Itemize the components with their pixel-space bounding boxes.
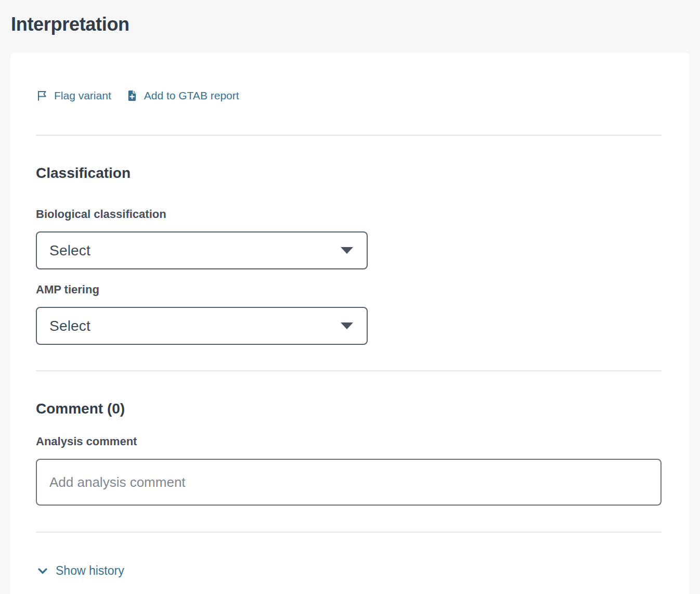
add-to-gtab-button[interactable]: Add to GTAB report bbox=[126, 89, 239, 102]
show-history-label: Show history bbox=[56, 564, 124, 578]
comment-heading: Comment (0) bbox=[36, 401, 662, 417]
caret-down-icon bbox=[341, 322, 353, 329]
classification-section: Classification Biological classification… bbox=[36, 165, 662, 345]
biological-classification-label: Biological classification bbox=[36, 208, 662, 221]
comment-section: Comment (0) Analysis comment bbox=[36, 401, 662, 506]
document-plus-icon bbox=[126, 89, 138, 102]
analysis-comment-input[interactable] bbox=[36, 459, 662, 506]
divider bbox=[36, 532, 662, 533]
history-row: Show history bbox=[36, 564, 662, 578]
amp-tiering-select[interactable]: Select bbox=[36, 307, 368, 345]
flag-variant-label: Flag variant bbox=[54, 89, 111, 102]
flag-variant-button[interactable]: Flag variant bbox=[36, 89, 111, 102]
select-value: Select bbox=[49, 242, 90, 259]
chevron-down-icon bbox=[36, 564, 49, 578]
actions-row: Flag variant Add to GTAB report bbox=[36, 89, 662, 102]
interpretation-card: Flag variant Add to GTAB report Classifi… bbox=[10, 53, 690, 594]
amp-tiering-label: AMP tiering bbox=[36, 283, 662, 296]
classification-heading: Classification bbox=[36, 165, 662, 182]
add-to-gtab-label: Add to GTAB report bbox=[144, 89, 239, 102]
page-title: Interpretation bbox=[0, 0, 700, 35]
divider bbox=[36, 135, 662, 136]
divider bbox=[36, 370, 662, 371]
analysis-comment-label: Analysis comment bbox=[36, 435, 662, 448]
flag-icon bbox=[36, 89, 48, 102]
caret-down-icon bbox=[341, 247, 353, 254]
show-history-toggle[interactable]: Show history bbox=[36, 564, 124, 578]
biological-classification-select[interactable]: Select bbox=[36, 231, 368, 269]
select-value: Select bbox=[49, 318, 90, 334]
